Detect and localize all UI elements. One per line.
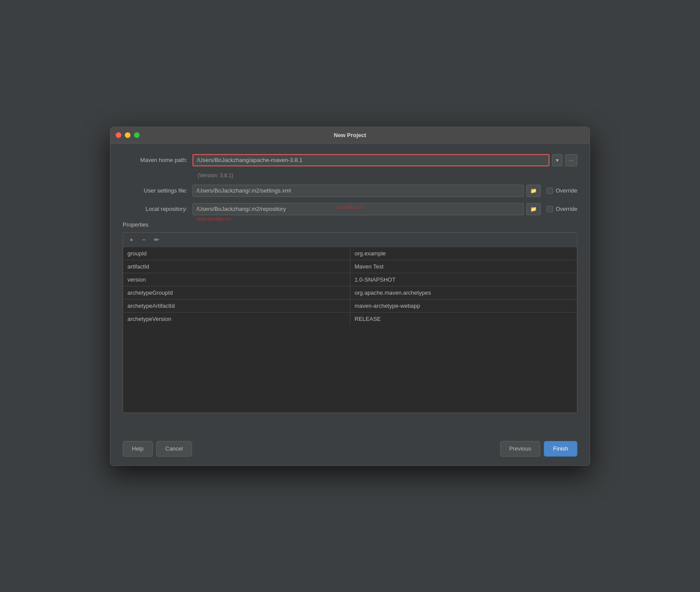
local-repo-input-group: 📁 Override	[192, 203, 577, 215]
user-settings-override-checkbox[interactable]	[547, 188, 553, 194]
properties-toolbar: + − ✏	[123, 233, 577, 247]
local-repo-override-group: Override	[547, 206, 577, 212]
folder-icon: 📁	[530, 206, 537, 212]
property-key: archetypeVersion	[123, 312, 350, 325]
maven-home-browse[interactable]: ···	[565, 154, 577, 166]
folder-icon: 📁	[530, 188, 537, 194]
user-settings-input-group: 📁 Override	[192, 185, 577, 197]
local-repo-override-label: Override	[556, 206, 577, 212]
properties-table: groupIdorg.exampleartifactIdMaven Testve…	[123, 247, 577, 325]
dialog-content: Maven home path: ▾ ··· (Version: 3.8.1) …	[110, 144, 590, 423]
table-row[interactable]: archetypeGroupIdorg.apache.maven.archety…	[123, 286, 577, 299]
properties-section: Properties + − ✏ groupIdorg.exampleartif…	[123, 221, 577, 413]
property-value: maven-archetype-webapp	[350, 299, 577, 312]
finish-button[interactable]: Finish	[544, 441, 577, 457]
footer-right-buttons: Previous Finish	[500, 441, 577, 457]
local-repo-browse[interactable]: 📁	[526, 203, 541, 215]
property-value: org.example	[350, 247, 577, 260]
property-value: RELEASE	[350, 312, 577, 325]
maven-home-label: Maven home path:	[123, 157, 192, 163]
property-value: 1.0-SNAPSHOT	[350, 273, 577, 286]
user-settings-browse[interactable]: 📁	[526, 185, 541, 197]
watermark1: www.javatiku.cn	[197, 216, 231, 221]
user-settings-override-group: Override	[547, 187, 577, 194]
property-value: Maven Test	[350, 260, 577, 273]
property-key: version	[123, 273, 350, 286]
window-controls	[116, 132, 140, 138]
dialog-footer: Help Cancel Previous Finish	[110, 432, 590, 465]
folder-icon: ···	[569, 157, 573, 163]
local-repo-label: Local repository:	[123, 206, 192, 212]
chevron-down-icon: ▾	[556, 157, 559, 163]
cancel-button[interactable]: Cancel	[156, 441, 192, 457]
table-row[interactable]: groupIdorg.example	[123, 247, 577, 260]
remove-property-button[interactable]: −	[139, 235, 148, 244]
local-repo-input[interactable]	[192, 203, 524, 215]
maven-home-dropdown[interactable]: ▾	[552, 154, 563, 166]
table-row[interactable]: archetypeVersionRELEASE	[123, 312, 577, 325]
maven-version: (Version: 3.8.1)	[198, 172, 577, 179]
properties-container: + − ✏ groupIdorg.exampleartifactIdMaven …	[123, 232, 577, 413]
maven-home-input[interactable]	[192, 154, 549, 166]
user-settings-input[interactable]	[192, 185, 524, 197]
properties-empty-area	[123, 325, 577, 413]
property-key: groupId	[123, 247, 350, 260]
property-key: archetypeArtifactId	[123, 299, 350, 312]
property-key: archetypeGroupId	[123, 286, 350, 299]
local-repo-override-checkbox[interactable]	[547, 206, 553, 212]
footer-left-buttons: Help Cancel	[123, 441, 192, 457]
maven-home-input-group: ▾ ···	[192, 154, 577, 166]
add-property-button[interactable]: +	[127, 235, 136, 244]
close-button[interactable]	[116, 132, 121, 138]
table-row[interactable]: artifactIdMaven Test	[123, 260, 577, 273]
edit-property-button[interactable]: ✏	[151, 235, 162, 244]
titlebar: New Project	[110, 127, 590, 144]
maximize-button[interactable]	[134, 132, 140, 138]
user-settings-row: User settings file: 📁 Override	[123, 185, 577, 197]
property-key: artifactId	[123, 260, 350, 273]
minimize-button[interactable]	[125, 132, 130, 138]
properties-title: Properties	[123, 221, 577, 228]
help-button[interactable]: Help	[123, 441, 153, 457]
table-row[interactable]: archetypeArtifactIdmaven-archetype-webap…	[123, 299, 577, 312]
property-value: org.apache.maven.archetypes	[350, 286, 577, 299]
window-title: New Project	[334, 132, 366, 138]
table-row[interactable]: version1.0-SNAPSHOT	[123, 273, 577, 286]
previous-button[interactable]: Previous	[500, 441, 541, 457]
user-settings-override-label: Override	[556, 187, 577, 194]
local-repo-row: Local repository: 📁 Override www.javatik…	[123, 203, 577, 215]
maven-home-row: Maven home path: ▾ ···	[123, 154, 577, 166]
dialog-window: New Project Maven home path: ▾ ··· (Vers…	[110, 127, 590, 466]
user-settings-label: User settings file:	[123, 187, 192, 194]
